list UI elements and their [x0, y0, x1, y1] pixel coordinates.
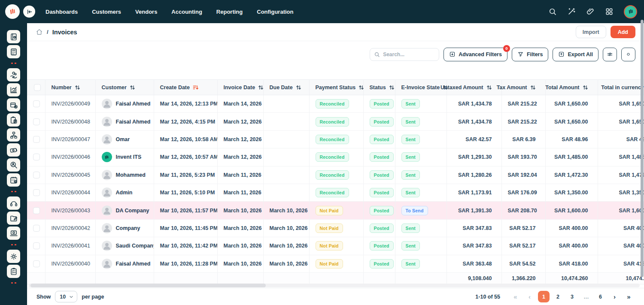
sidebar-item-receivables[interactable]	[7, 68, 20, 82]
last-page-button[interactable]: »	[623, 291, 635, 302]
sidebar-item-journal-book[interactable]	[7, 30, 20, 43]
sort-icon-due_date[interactable]	[296, 85, 301, 90]
row-checkbox[interactable]	[33, 100, 40, 107]
import-button[interactable]: Import	[576, 26, 606, 38]
row-checkbox[interactable]	[33, 154, 40, 160]
sort-icon-payment_status[interactable]	[358, 85, 364, 90]
row-checkbox[interactable]	[33, 172, 40, 178]
table-row[interactable]: INV/2026/00042CompanyMar 10, 2026, 11:45…	[27, 219, 644, 237]
sort-icon-number[interactable]	[75, 85, 80, 90]
column-header-untaxed[interactable]: Untaxed Amount	[447, 80, 501, 95]
first-page-button[interactable]: «	[510, 291, 521, 302]
column-settings-button[interactable]	[603, 48, 617, 61]
person-avatar	[102, 205, 112, 216]
column-header-tax[interactable]: Tax Amount	[501, 80, 545, 95]
sort-icon-untaxed[interactable]	[486, 85, 492, 90]
sidebar-item-workstation[interactable]	[7, 226, 20, 240]
column-header-payment_status[interactable]: Payment Status	[309, 80, 363, 95]
page-button-6[interactable]: 6	[595, 291, 606, 302]
column-header-customer[interactable]: Customer	[95, 80, 154, 95]
cell-create-date: Mar 12, 2026, 10:57 AM	[154, 148, 217, 166]
sidebar-item-wallet[interactable]	[7, 143, 20, 157]
column-header-number[interactable]: Number	[45, 80, 95, 95]
search-icon[interactable]	[548, 7, 557, 16]
cell-einvoice-state: Sent	[395, 219, 447, 237]
column-header-total_currency[interactable]: Total in currency	[598, 80, 644, 95]
cell-due-date: March 10, 2026	[263, 237, 309, 255]
row-checkbox[interactable]	[33, 136, 40, 143]
nav-item-dashboards[interactable]: Dashboards	[46, 9, 78, 15]
page-button-1[interactable]: 1	[538, 291, 550, 302]
sidebar-item-tax-report[interactable]	[7, 113, 20, 127]
nav-item-accounting[interactable]: Accounting	[171, 9, 202, 15]
table-row[interactable]: INV/2026/00049Faisal AhmedMar 14, 2026, …	[27, 95, 644, 113]
column-header-create_date[interactable]: Create Date	[154, 80, 217, 95]
row-checkbox[interactable]	[33, 242, 40, 249]
sort-icon-customer[interactable]	[130, 85, 135, 90]
table-row[interactable]: INV/2026/00047OmarMar 12, 2026, 10:58 AM…	[27, 130, 644, 148]
column-header-total[interactable]: Total Amount	[545, 80, 598, 95]
app-logo[interactable]	[5, 4, 20, 19]
column-label: Due Date	[270, 85, 293, 91]
horizontal-scrollbar-thumb[interactable]	[30, 284, 266, 287]
attachment-icon[interactable]	[586, 7, 595, 16]
totals-row: 9,108.0401,366.22010,474.26010,474.260	[27, 272, 644, 284]
column-header-invoice_date[interactable]: Invoice Date	[217, 80, 263, 95]
home-icon[interactable]	[36, 28, 43, 36]
row-checkbox[interactable]	[33, 207, 40, 214]
apps-grid-icon[interactable]	[605, 7, 614, 16]
sidebar-item-asset-structure[interactable]	[7, 128, 20, 142]
sidebar-item-documents[interactable]	[7, 211, 20, 225]
filters-button[interactable]: Filters	[512, 48, 549, 61]
row-checkbox[interactable]	[33, 118, 40, 125]
nav-item-vendors[interactable]: Vendors	[135, 9, 157, 15]
add-button[interactable]: Add	[611, 26, 635, 38]
nav-item-reporting[interactable]: Reporting	[216, 9, 243, 15]
sidebar-item-settings[interactable]	[7, 250, 20, 263]
table-row[interactable]: INV/2026/00046Invent ITSMar 12, 2026, 10…	[27, 148, 644, 166]
fullscreen-button[interactable]	[621, 48, 635, 61]
row-checkbox[interactable]	[33, 260, 40, 267]
table-row[interactable]: INV/2026/00045MohammedMar 11, 2026, 5:23…	[27, 166, 644, 184]
sort-icon-invoice_date[interactable]	[258, 85, 264, 90]
vertical-scrollbar-thumb[interactable]	[641, 20, 644, 277]
sidebar-item-calendar-check[interactable]	[7, 173, 20, 187]
table-row[interactable]: INV/2026/00048Faisal AhmedMar 12, 2026, …	[27, 113, 644, 130]
sort-icon-total[interactable]	[583, 85, 588, 90]
nav-item-customers[interactable]: Customers	[92, 9, 121, 15]
sidebar-item-calculator[interactable]	[7, 45, 20, 58]
table-row[interactable]: INV/2026/00043DA CompanyMar 10, 2026, 11…	[27, 202, 644, 219]
row-checkbox[interactable]	[33, 189, 40, 196]
cell-create-date: Mar 12, 2026, 4:15 PM	[154, 113, 217, 130]
table-row[interactable]: INV/2026/00041Saudi CompanyMar 10, 2026,…	[27, 237, 644, 255]
select-all-checkbox[interactable]	[34, 84, 41, 91]
magic-wand-icon[interactable]	[567, 7, 576, 16]
page-button-3[interactable]: 3	[566, 291, 578, 302]
search-input[interactable]	[383, 51, 435, 57]
sidebar-collapse-button[interactable]	[23, 6, 35, 18]
column-label: Invoice Date	[224, 85, 255, 91]
sort-icon-status[interactable]	[389, 85, 395, 90]
column-header-due_date[interactable]: Due Date	[263, 80, 309, 95]
sidebar-item-checklist[interactable]	[7, 265, 20, 278]
status-badge: Posted	[370, 99, 394, 109]
sidebar-item-customer-audit[interactable]	[7, 158, 20, 172]
page-size-select[interactable]: 10	[55, 291, 77, 302]
row-checkbox[interactable]	[33, 225, 40, 232]
user-avatar[interactable]	[624, 5, 637, 18]
sidebar-item-sales-analytics[interactable]	[7, 83, 20, 97]
sort-icon-create_date[interactable]	[193, 85, 198, 90]
column-header-status[interactable]: Status	[363, 80, 395, 95]
sidebar-item-add-package[interactable]	[7, 98, 20, 112]
sidebar-item-support[interactable]	[7, 196, 20, 210]
export-all-button[interactable]: Export All	[553, 48, 598, 61]
page-button-2[interactable]: 2	[552, 291, 564, 302]
nav-item-configuration[interactable]: Configuration	[257, 9, 293, 15]
table-row[interactable]: INV/2026/00044AdminMar 11, 2026, 5:10 PM…	[27, 184, 644, 201]
table-row[interactable]: INV/2026/00040Faisal AhmedMar 10, 2026, …	[27, 255, 644, 272]
column-header-einvoice_state[interactable]: E-Invoice State	[395, 80, 447, 95]
advanced-filters-button[interactable]: Advanced Filters 0	[444, 48, 507, 61]
next-page-button[interactable]: ›	[609, 291, 620, 302]
sort-icon-tax[interactable]	[530, 85, 536, 90]
previous-page-button[interactable]: ‹	[524, 291, 535, 302]
